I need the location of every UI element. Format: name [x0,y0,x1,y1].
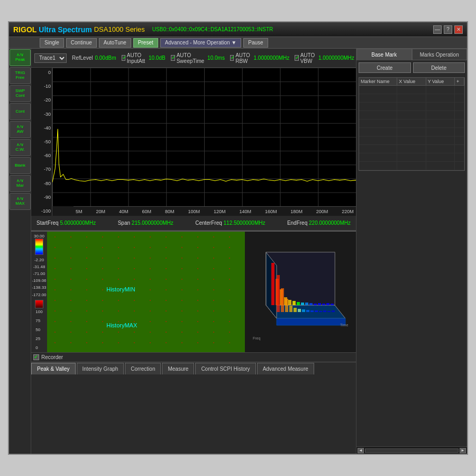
color-scale: 30.00 -2.20 -31.48 -71.00 -109.06 -138.3… [31,232,47,352]
pause-button[interactable]: Pause [243,38,268,48]
auto-sweep-label: AUTO SweepTime [177,52,206,64]
recorder-row: Recorder [31,352,356,362]
red-bar [35,300,43,308]
recorder-label: Recorder [41,354,63,360]
marker-row-1 [359,86,464,94]
freq-info: StartFreq 5.0000000MHz Span 215.0000000M… [31,216,356,231]
marker-row-10 [359,162,464,170]
left-sidebar: ∧/∨ Peak TRIG Free SWP Cont Cont ∧/∨ AW [9,49,31,454]
tab-peak-valley[interactable]: Peak & Valley [31,363,76,374]
tab-advanced-measure[interactable]: Advanced Measure [257,363,314,374]
y-label-20: -20 [32,97,51,103]
title-bar-left: RIGOL Ultra Spectrum DSA1000 Series USB0… [13,25,433,34]
svg-rect-4 [271,263,274,305]
waterfall-dots [47,232,245,352]
params-row: Trace1 RefLevel 0.00dBm AUTO InputAtt 10… [31,49,356,68]
tab-measure[interactable]: Measure [162,363,194,374]
svg-rect-31 [327,311,331,312]
auto-rbw-checkbox[interactable] [230,55,234,61]
single-button[interactable]: Single [40,38,64,48]
sidebar-btn-aw[interactable]: ∧/∨ AW [10,121,31,138]
spectrum-3d: Freq Time [245,232,356,352]
autotune-button[interactable]: AutoTune [99,38,131,48]
marker-row-2 [359,94,464,103]
panel-tabs: Base Mark Marks Operation [356,49,467,60]
scroll-left-arrow[interactable]: ◄ [358,448,364,453]
input-att-value: 10.0dB [149,55,166,61]
center-freq-value: 112.5000000MHz [224,220,266,226]
recorder-checkbox[interactable] [33,354,39,360]
close-button[interactable]: ✕ [454,25,463,34]
panel-scrollbar: ◄ ► [356,446,467,454]
x-axis: 5M 20M 40M 60M 80M 100M 120M 140M 160M 1… [74,206,356,216]
waterfall-min-label: HistoryMIN [106,286,135,292]
trace-select[interactable]: Trace1 [34,53,67,63]
sidebar-btn-blank[interactable]: Blank [10,157,31,174]
span-value: 215.0000000MHz [132,220,173,226]
scroll-track[interactable] [365,448,459,453]
delete-button[interactable]: Delete [413,62,465,73]
svg-rect-22 [289,306,292,312]
title-bar-controls: — ? ✕ [433,25,463,34]
col-extra: + [455,78,464,85]
sweep-time-value: 10.0ms [207,55,225,61]
svg-marker-33 [277,318,345,325]
tab-marks-operation[interactable]: Marks Operation [412,49,468,60]
waterfall-area: HistoryMIN HistoryMAX [47,232,245,352]
marker-row-7 [359,136,464,145]
sidebar-btn-mar[interactable]: ∧/∨ Mar [10,175,31,192]
sidebar-btn-peak[interactable]: ∧/∨ Peak [10,49,31,66]
tab-correction[interactable]: Correction [125,363,161,374]
auto-rbw-group: AUTO RBW 1.0000000MHz [230,52,289,64]
sidebar-btn-swp[interactable]: SWP Cont [10,85,31,102]
svg-rect-10 [297,302,300,305]
dsa-series-title: DSA1000 Series [94,25,145,33]
color-bar [35,239,43,255]
reflevel-label: RefLevel [72,55,93,61]
y-axis: 0 -10 -20 -30 -40 -50 -60 -70 -80 -90 -1… [31,68,52,216]
help-button[interactable]: ? [444,25,452,34]
auto-vbw-checkbox[interactable] [295,55,298,61]
svg-rect-11 [301,303,304,305]
svg-text:Freq: Freq [253,336,261,341]
bottom-tabs: Peak & Valley Intensity Graph Correction… [31,362,356,374]
auto-input-att-checkbox[interactable] [122,55,125,61]
trace-group: Trace1 [34,53,67,63]
sidebar-btn-max[interactable]: ∧/∨ MAX [10,193,31,210]
toolbar: Single Continue AutoTune Preset Advanced… [9,37,467,49]
start-freq-label: StartFreq 5.0000000MHz [36,220,96,226]
auto-sweep-checkbox[interactable] [171,55,175,61]
right-panel: Base Mark Marks Operation Create Delete … [356,49,467,454]
tab-base-mark[interactable]: Base Mark [356,49,412,60]
spectrum-svg [52,68,356,206]
auto-vbw-label: AUTO VBW [300,52,317,64]
y-label-50: -50 [32,139,51,144]
continue-button[interactable]: Continue [66,38,97,48]
auto-vbw-group: AUTO VBW 1.0000000MHz [295,52,354,64]
minimize-button[interactable]: — [433,25,442,34]
scroll-right-arrow[interactable]: ► [460,448,466,453]
marker-rows [359,86,465,171]
svg-rect-18 [331,304,334,305]
tab-intensity-graph[interactable]: Intensity Graph [77,363,124,374]
panel-actions: Create Delete [356,60,467,75]
spectrum-canvas [52,68,356,206]
advanced-button[interactable]: Advanced - More Operation ▼ [160,38,242,48]
create-button[interactable]: Create [359,62,411,73]
sidebar-btn-trig[interactable]: TRIG Free [10,67,31,84]
tab-scpi-history[interactable]: Control SCPI History [195,363,255,374]
svg-rect-16 [322,304,325,305]
col-marker-name: Marker Name [359,78,397,85]
marker-row-3 [359,103,464,111]
rigol-logo: RIGOL [13,25,36,34]
svg-rect-21 [285,299,288,312]
preset-button[interactable]: Preset [133,38,158,48]
marker-row-9 [359,153,464,162]
app-window: RIGOL Ultra Spectrum DSA1000 Series USB0… [8,21,468,455]
sidebar-btn-cw[interactable]: ∧/∨ C.W. [10,139,31,156]
svg-rect-26 [306,310,309,312]
svg-rect-17 [326,303,329,305]
sidebar-btn-cont[interactable]: Cont [10,103,31,120]
svg-rect-32 [332,310,335,312]
svg-rect-29 [319,311,322,312]
